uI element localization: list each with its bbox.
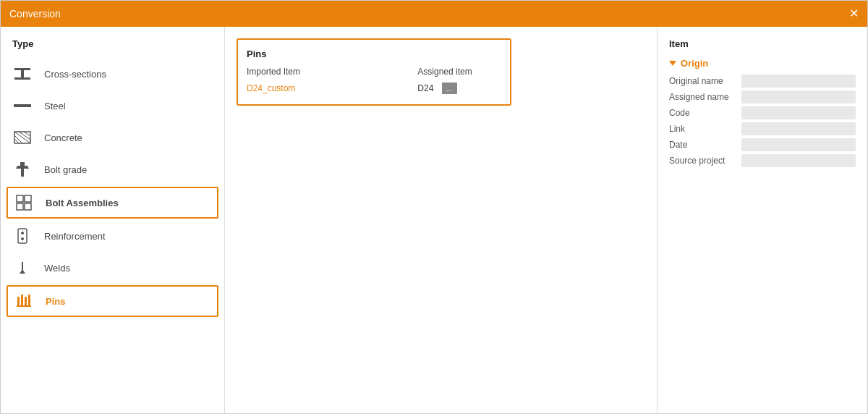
sidebar-item-bolt-grade[interactable]: Bolt grade [1, 153, 224, 185]
properties-list: Original name Assigned name Code Link [669, 75, 856, 167]
property-row-link: Link [669, 122, 856, 135]
pins-panel-title: Pins [247, 48, 501, 59]
sidebar-item-label: Reinforcement [44, 231, 106, 242]
imported-item-value: D24_custom [247, 81, 417, 96]
svg-rect-1 [21, 70, 24, 77]
close-button[interactable]: ✕ [849, 8, 859, 20]
middle-panel: Pins Imported Item Assigned item D24_cus… [225, 27, 658, 413]
bolt-grade-icon [12, 159, 33, 179]
svg-marker-21 [20, 269, 25, 274]
right-panel-title: Item [669, 38, 856, 49]
property-value-source-project [741, 154, 856, 167]
property-value-original-name [741, 75, 856, 88]
svg-rect-17 [18, 229, 27, 243]
property-row-code: Code [669, 106, 856, 119]
svg-rect-12 [21, 169, 24, 177]
col-imported-header: Imported Item [247, 67, 417, 81]
svg-rect-14 [17, 203, 23, 210]
collapse-icon [669, 61, 676, 66]
property-row-assigned-name: Assigned name [669, 90, 856, 104]
sidebar: Type Cross-sections [1, 27, 225, 413]
pins-table: Imported Item Assigned item D24_custom D… [247, 67, 501, 96]
welds-icon [12, 258, 33, 278]
window-title: Conversion [9, 8, 61, 20]
sidebar-header: Type [1, 38, 224, 58]
table-row: D24_custom D24 ... [247, 81, 501, 96]
steel-icon [12, 96, 33, 116]
property-label: Code [669, 108, 741, 118]
svg-rect-0 [14, 68, 30, 70]
sidebar-item-steel[interactable]: Steel [1, 90, 224, 122]
property-value-date [741, 138, 856, 151]
sidebar-item-cross-sections[interactable]: Cross-sections [1, 58, 224, 90]
sidebar-item-label: Steel [44, 101, 66, 111]
svg-line-7 [14, 139, 19, 143]
property-label: Source project [669, 156, 741, 166]
property-label: Link [669, 124, 741, 134]
property-value-link [741, 122, 856, 135]
sidebar-item-label: Bolt grade [44, 164, 87, 175]
sidebar-item-reinforcement[interactable]: Reinforcement [1, 220, 224, 252]
concrete-icon [12, 127, 33, 148]
browse-button[interactable]: ... [442, 83, 457, 94]
svg-rect-15 [25, 195, 31, 202]
sidebar-item-pins[interactable]: Pins [7, 285, 218, 317]
property-value-code [741, 106, 856, 119]
svg-rect-2 [14, 77, 30, 80]
col-assigned-header: Assigned item [417, 67, 501, 81]
property-row-source-project: Source project [669, 154, 856, 167]
property-value-assigned-name [741, 90, 856, 104]
property-label: Date [669, 140, 741, 150]
sidebar-item-welds[interactable]: Welds [1, 252, 224, 284]
svg-rect-13 [17, 195, 23, 202]
svg-marker-11 [16, 166, 29, 169]
sidebar-item-label: Welds [44, 263, 70, 274]
svg-rect-3 [14, 104, 31, 107]
conversion-window: Conversion ✕ Type Cross-sections [0, 0, 868, 414]
svg-point-19 [21, 237, 24, 240]
pins-box: Pins Imported Item Assigned item D24_cus… [237, 38, 511, 106]
svg-rect-16 [25, 203, 31, 210]
right-panel: Item Origin Original name Assigned name [658, 27, 867, 413]
sidebar-item-concrete[interactable]: Concrete [1, 122, 224, 153]
sidebar-item-label: Concrete [44, 132, 82, 143]
main-content: Type Cross-sections [1, 27, 867, 413]
origin-section: Origin Original name Assigned name Code [669, 58, 856, 167]
sidebar-item-label: Pins [46, 296, 65, 307]
origin-label: Origin [681, 58, 708, 69]
svg-rect-23 [21, 295, 23, 307]
property-label: Original name [669, 76, 741, 86]
title-bar: Conversion ✕ [1, 1, 867, 27]
svg-point-18 [21, 232, 24, 235]
sidebar-item-bolt-assemblies[interactable]: Bolt Assemblies [7, 187, 218, 219]
svg-rect-26 [17, 305, 31, 307]
svg-line-9 [24, 132, 30, 136]
sidebar-item-label: Bolt Assemblies [46, 198, 119, 208]
svg-rect-22 [17, 297, 20, 307]
reinforcement-icon [12, 226, 33, 246]
assigned-item-cell: D24 ... [417, 81, 501, 96]
sidebar-item-label: Cross-sections [44, 69, 106, 80]
property-row-date: Date [669, 138, 856, 151]
bolt-assemblies-icon [14, 193, 34, 213]
pins-icon [14, 291, 34, 311]
property-row-original-name: Original name [669, 75, 856, 88]
svg-rect-24 [25, 297, 27, 307]
origin-toggle[interactable]: Origin [669, 58, 856, 69]
svg-rect-10 [20, 162, 25, 166]
property-label: Assigned name [669, 92, 741, 102]
svg-rect-25 [28, 295, 30, 307]
cross-sections-icon [12, 64, 33, 84]
